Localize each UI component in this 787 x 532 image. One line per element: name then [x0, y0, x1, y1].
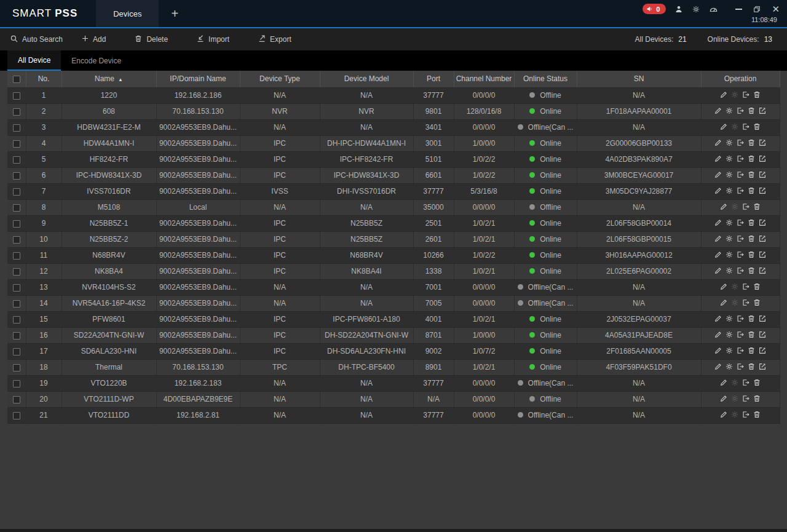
logout-icon[interactable]	[736, 314, 745, 323]
edit-icon[interactable]	[719, 90, 728, 99]
config-disabled-icon[interactable]	[730, 90, 739, 99]
row-checkbox-cell[interactable]	[7, 327, 26, 343]
config-icon[interactable]	[725, 138, 734, 147]
logout-icon[interactable]	[736, 330, 745, 339]
header-checkbox-cell[interactable]	[7, 71, 26, 87]
row-checkbox[interactable]	[13, 124, 20, 132]
row-checkbox[interactable]	[13, 92, 20, 100]
header-sn[interactable]: SN	[577, 71, 701, 87]
modify-icon[interactable]	[758, 314, 767, 323]
delete-icon[interactable]	[747, 362, 756, 371]
row-checkbox-cell[interactable]	[7, 359, 26, 375]
logout-icon[interactable]	[742, 410, 750, 419]
config-icon[interactable]	[725, 346, 734, 355]
row-checkbox-cell[interactable]	[7, 311, 26, 327]
row-checkbox-cell[interactable]	[7, 87, 26, 103]
config-icon[interactable]	[725, 314, 734, 323]
row-checkbox-cell[interactable]	[7, 215, 26, 231]
modify-icon[interactable]	[758, 330, 767, 339]
header-channel-number[interactable]: Channel Number	[454, 71, 514, 87]
settings-icon[interactable]	[692, 5, 700, 14]
logout-icon[interactable]	[736, 106, 745, 115]
logout-icon[interactable]	[736, 154, 745, 163]
edit-icon[interactable]	[714, 186, 722, 195]
edit-icon[interactable]	[714, 234, 722, 243]
row-checkbox-cell[interactable]	[7, 167, 26, 183]
row-checkbox-cell[interactable]	[7, 199, 26, 215]
modify-icon[interactable]	[758, 362, 767, 371]
config-icon[interactable]	[725, 266, 734, 275]
delete-icon[interactable]	[747, 234, 756, 243]
export-button[interactable]: Export	[258, 34, 291, 45]
select-all-checkbox[interactable]	[13, 76, 20, 83]
header-ip[interactable]: IP/Domain Name	[156, 71, 240, 87]
modify-icon[interactable]	[758, 170, 767, 179]
edit-icon[interactable]	[719, 202, 728, 211]
row-checkbox-cell[interactable]	[7, 263, 26, 279]
row-checkbox-cell[interactable]	[7, 247, 26, 263]
delete-icon[interactable]	[747, 266, 756, 275]
row-checkbox[interactable]	[13, 236, 20, 244]
restore-icon[interactable]	[753, 6, 761, 13]
logout-icon[interactable]	[742, 282, 750, 291]
header-port[interactable]: Port	[413, 71, 454, 87]
delete-icon[interactable]	[753, 122, 761, 131]
row-checkbox[interactable]	[13, 396, 20, 403]
row-checkbox-cell[interactable]	[7, 103, 26, 119]
row-checkbox[interactable]	[13, 316, 20, 324]
logout-icon[interactable]	[736, 362, 745, 371]
close-icon[interactable]: ✕	[772, 4, 780, 14]
row-checkbox-cell[interactable]	[7, 183, 26, 199]
edit-icon[interactable]	[714, 330, 722, 339]
delete-icon[interactable]	[753, 202, 761, 211]
delete-icon[interactable]	[747, 218, 756, 227]
delete-icon[interactable]	[753, 410, 761, 419]
delete-icon[interactable]	[753, 394, 761, 403]
modify-icon[interactable]	[758, 266, 767, 275]
modify-icon[interactable]	[758, 138, 767, 147]
edit-icon[interactable]	[719, 378, 728, 387]
edit-icon[interactable]	[714, 154, 722, 163]
delete-icon[interactable]	[747, 154, 756, 163]
edit-icon[interactable]	[719, 122, 728, 131]
config-disabled-icon[interactable]	[730, 410, 739, 419]
delete-icon[interactable]	[747, 138, 756, 147]
import-button[interactable]: Import	[196, 34, 229, 45]
config-disabled-icon[interactable]	[730, 282, 739, 291]
edit-icon[interactable]	[719, 298, 728, 307]
row-checkbox-cell[interactable]	[7, 231, 26, 247]
row-checkbox[interactable]	[13, 172, 20, 180]
config-icon[interactable]	[725, 186, 734, 195]
edit-icon[interactable]	[719, 282, 728, 291]
edit-icon[interactable]	[719, 394, 728, 403]
config-icon[interactable]	[725, 218, 734, 227]
edit-icon[interactable]	[719, 410, 728, 419]
new-tab-button[interactable]: +	[159, 0, 191, 27]
logout-icon[interactable]	[742, 394, 750, 403]
config-icon[interactable]	[725, 106, 734, 115]
logout-icon[interactable]	[736, 218, 745, 227]
modify-icon[interactable]	[758, 186, 767, 195]
row-checkbox-cell[interactable]	[7, 151, 26, 167]
delete-icon[interactable]	[747, 106, 756, 115]
edit-icon[interactable]	[714, 266, 722, 275]
row-checkbox-cell[interactable]	[7, 135, 26, 151]
row-checkbox-cell[interactable]	[7, 279, 26, 295]
config-icon[interactable]	[725, 170, 734, 179]
modify-icon[interactable]	[758, 218, 767, 227]
add-button[interactable]: Add	[81, 34, 106, 44]
config-disabled-icon[interactable]	[730, 122, 739, 131]
alarm-badge[interactable]: 0	[643, 4, 666, 14]
row-checkbox[interactable]	[13, 188, 20, 196]
delete-icon[interactable]	[747, 170, 756, 179]
row-checkbox[interactable]	[13, 412, 20, 419]
row-checkbox[interactable]	[13, 140, 20, 148]
user-icon[interactable]	[674, 5, 683, 14]
header-no[interactable]: No.	[26, 71, 61, 87]
row-checkbox-cell[interactable]	[7, 407, 26, 423]
delete-button[interactable]: Delete	[134, 34, 168, 45]
config-icon[interactable]	[725, 154, 734, 163]
header-device-type[interactable]: Device Type	[240, 71, 320, 87]
row-checkbox-cell[interactable]	[7, 375, 26, 391]
row-checkbox[interactable]	[13, 156, 20, 164]
